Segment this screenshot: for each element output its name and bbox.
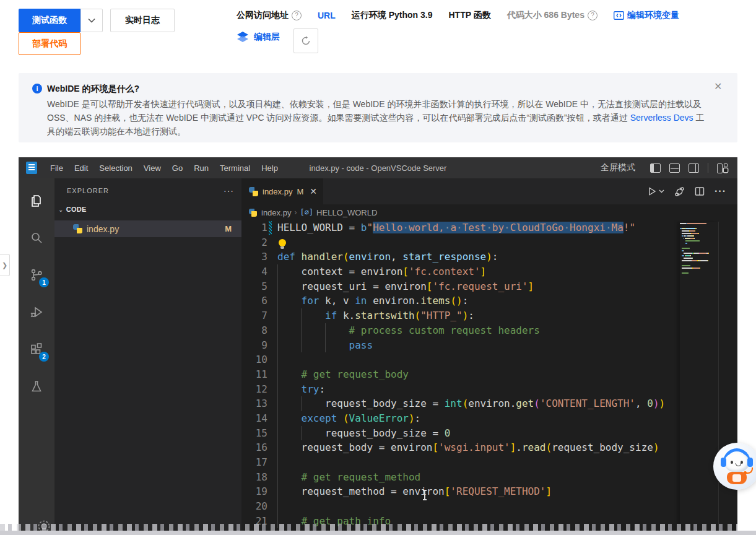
- editor-tab-bar: index.py M ✕ ···: [241, 178, 737, 204]
- toggle-secondary-sidebar-icon[interactable]: [689, 163, 699, 173]
- menu-item-edit[interactable]: Edit: [69, 157, 93, 178]
- chevron-down-icon: [659, 189, 664, 193]
- line-number: 19: [241, 484, 267, 499]
- close-icon[interactable]: ✕: [310, 186, 317, 196]
- symbol-variable-icon: [∅]: [300, 208, 313, 217]
- lightbulb-icon[interactable]: [279, 239, 286, 246]
- code-line[interactable]: 7 if k.startswith("HTTP_"):: [241, 308, 737, 323]
- tree-section-code[interactable]: ⌄ CODE: [54, 202, 241, 217]
- code-line[interactable]: 11 # get request_body: [241, 367, 737, 382]
- toggle-panel-icon[interactable]: [669, 163, 680, 173]
- code-line[interactable]: 1HELLO_WORLD = b"Hello·world,·a·Test·by·…: [241, 220, 737, 235]
- testing-beaker-icon[interactable]: [22, 372, 51, 401]
- code-line[interactable]: 15 request_body_size = 0: [241, 426, 737, 441]
- run-python-file-button[interactable]: [647, 186, 664, 196]
- toggle-sidebar-icon[interactable]: [650, 163, 661, 173]
- menu-item-go[interactable]: Go: [167, 157, 188, 178]
- tab-modified-badge: M: [297, 187, 303, 196]
- page-bottom-strip: [0, 531, 756, 535]
- source-control-icon[interactable]: 1: [22, 260, 51, 290]
- code-line[interactable]: 6 for k, v in environ.items():: [241, 294, 737, 308]
- line-number: 16: [241, 440, 267, 455]
- function-info-row: 公网访问地址? URL 运行环境 Python 3.9 HTTP 函数 代码大小…: [237, 10, 679, 21]
- deploy-code-button[interactable]: 部署代码: [19, 32, 80, 55]
- menu-item-selection[interactable]: Selection: [93, 157, 137, 178]
- test-function-button[interactable]: 测试函数: [19, 9, 80, 32]
- http-function-label: HTTP 函数: [448, 10, 490, 21]
- menu-item-file[interactable]: File: [45, 157, 69, 178]
- url-link[interactable]: URL: [318, 11, 336, 20]
- refresh-button[interactable]: [293, 28, 318, 53]
- extensions-icon[interactable]: 2: [22, 334, 51, 364]
- minimap[interactable]: [680, 222, 719, 535]
- code-line[interactable]: 13 request_body_size = int(environ.get('…: [241, 396, 737, 411]
- serverless-devs-link[interactable]: Serverless Devs: [630, 113, 693, 123]
- line-number: 6: [241, 294, 267, 308]
- fullscreen-mode-button[interactable]: 全屏模式: [601, 162, 635, 173]
- close-icon[interactable]: ✕: [714, 82, 724, 92]
- split-editor-icon[interactable]: [695, 186, 705, 196]
- explorer-icon[interactable]: [22, 186, 51, 215]
- code-line[interactable]: 21 # get path info: [241, 514, 737, 529]
- realtime-log-button[interactable]: 实时日志: [110, 9, 175, 32]
- chevron-down-icon: [88, 18, 95, 23]
- line-number: 12: [241, 382, 267, 397]
- code-line[interactable]: 14 except (ValueError):: [241, 411, 737, 426]
- line-number: 17: [241, 455, 267, 470]
- code-line[interactable]: 3def handler(environ, start_response):: [241, 250, 737, 264]
- line-number: 21: [241, 514, 267, 529]
- line-number: 5: [241, 279, 267, 294]
- code-line[interactable]: 10: [241, 352, 737, 367]
- help-icon[interactable]: ?: [292, 11, 302, 20]
- code-line[interactable]: 19 request_method = environ['REQUEST_MET…: [241, 484, 737, 499]
- menu-item-help[interactable]: Help: [256, 157, 284, 178]
- line-number: 9: [241, 338, 267, 353]
- python-file-icon: [73, 224, 82, 233]
- code-line[interactable]: 20: [241, 499, 737, 514]
- code-line[interactable]: 5 request_uri = environ['fc.request_uri'…: [241, 279, 737, 294]
- file-name: index.py: [87, 224, 119, 234]
- menu-item-run[interactable]: Run: [188, 157, 214, 178]
- code-editor[interactable]: 1HELLO_WORLD = b"Hello·world,·a·Test·by·…: [241, 220, 737, 535]
- code-line[interactable]: 17: [241, 455, 737, 470]
- support-mascot-button[interactable]: [713, 443, 756, 490]
- menu-item-view[interactable]: View: [138, 157, 167, 178]
- code-line[interactable]: 9 pass: [241, 338, 737, 353]
- layers-icon: [237, 31, 249, 43]
- code-line[interactable]: 12 try:: [241, 382, 737, 397]
- edit-layer-link[interactable]: 编辑层: [254, 32, 280, 43]
- editor-actions: ···: [647, 178, 737, 204]
- line-number: 4: [241, 264, 267, 279]
- run-debug-icon[interactable]: [22, 297, 51, 327]
- code-line[interactable]: 4 context = environ['fc.context']: [241, 264, 737, 279]
- tab-indexpy[interactable]: index.py M ✕: [241, 178, 323, 204]
- customize-layout-icon[interactable]: [717, 163, 728, 173]
- open-changes-icon[interactable]: [674, 186, 685, 197]
- edit-env-vars-link[interactable]: 编辑环境变量: [614, 10, 679, 21]
- code-line[interactable]: 18 # get request_method: [241, 470, 737, 485]
- code-line[interactable]: 16 request_body = environ['wsgi.input'].…: [241, 440, 737, 455]
- line-number: 13: [241, 396, 267, 411]
- line-number: 10: [241, 352, 267, 367]
- line-number: 14: [241, 411, 267, 426]
- explorer-header-label: EXPLORER: [67, 187, 109, 194]
- breadcrumb-file[interactable]: index.py: [261, 208, 291, 217]
- chevron-right-icon: ›: [294, 208, 297, 217]
- search-icon[interactable]: [22, 223, 51, 253]
- breadcrumb[interactable]: index.py › [∅] HELLO_WORLD: [241, 204, 737, 220]
- git-modified-badge: M: [225, 224, 232, 233]
- line-number: 1: [241, 220, 267, 235]
- help-icon[interactable]: ?: [588, 11, 597, 20]
- code-line[interactable]: 8 # process custom request headers: [241, 323, 737, 338]
- code-line[interactable]: 2: [241, 235, 737, 250]
- test-function-dropdown-button[interactable]: [80, 9, 103, 32]
- menu-item-terminal[interactable]: Terminal: [214, 157, 256, 178]
- more-actions-icon[interactable]: ···: [715, 186, 726, 197]
- banner-body: WebIDE 是可以帮助开发者快速进行代码测试，以及项目构建、依赖安装，但是 W…: [32, 97, 713, 138]
- menu-bar: FileEditSelectionViewGoRunTerminalHelp: [45, 157, 284, 178]
- drawer-expand-button[interactable]: ❯: [0, 254, 10, 276]
- more-actions-icon[interactable]: ···: [224, 186, 234, 196]
- file-item-indexpy[interactable]: index.py M: [54, 220, 241, 237]
- breadcrumb-symbol[interactable]: HELLO_WORLD: [316, 208, 377, 217]
- chevron-down-icon: ⌄: [58, 206, 64, 212]
